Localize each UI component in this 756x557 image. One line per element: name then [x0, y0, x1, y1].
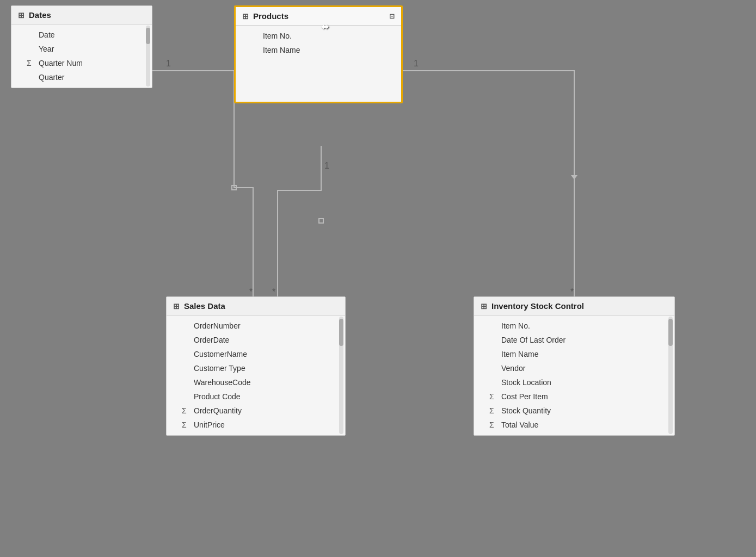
card-title-inventory: Inventory Stock Control [491, 301, 584, 311]
card-body-sales: OrderNumber OrderDate CustomerName Custo… [167, 315, 345, 435]
rel-arrow-inv [571, 175, 577, 180]
field-quarter: Quarter [11, 70, 143, 84]
rel-junction-2 [319, 219, 323, 223]
field-customer-name: CustomerName [167, 347, 336, 361]
field-stock-location: Stock Location [474, 375, 666, 389]
card-title-dates: Dates [29, 10, 51, 20]
table-card-dates[interactable]: ⊞ Dates Date Year Σ Quarter Num Quarter [11, 5, 152, 88]
field-date-last-order: Date Of Last Order [474, 333, 666, 347]
field-customer-type: Customer Type [167, 361, 336, 375]
diagram-canvas: 1 * 1 * 1 * ⊞ Dates Date [0, 0, 756, 557]
field-cost-per-item: Σ Cost Per Item [474, 389, 666, 404]
rel-label-products-1-sales: 1 [324, 161, 329, 170]
field-unit-price: Σ UnitPrice [167, 418, 336, 432]
table-card-inventory[interactable]: ⊞ Inventory Stock Control Item No. Date … [474, 296, 675, 436]
card-body-dates: Date Year Σ Quarter Num Quarter [11, 24, 152, 88]
card-header-dates: ⊞ Dates [11, 6, 152, 24]
table-card-sales[interactable]: ⊞ Sales Data OrderNumber OrderDate Custo… [166, 296, 346, 436]
field-stock-quantity: Σ Stock Quantity [474, 404, 666, 418]
table-icon-inventory: ⊞ [481, 302, 487, 311]
field-date: Date [11, 28, 143, 42]
card-header-products: ⊞ Products ⊡ [236, 7, 401, 26]
card-title-sales: Sales Data [184, 301, 225, 311]
card-header-inventory: ⊞ Inventory Stock Control [474, 297, 674, 315]
rel-label-sales-many2: * [272, 287, 275, 296]
field-item-no-inv: Item No. [474, 319, 666, 333]
card-body-products: Item No. Item Name [236, 26, 401, 102]
field-order-quantity: Σ OrderQuantity [167, 404, 336, 418]
rel-label-sales-many1: * [249, 287, 253, 296]
table-icon-sales: ⊞ [173, 302, 180, 311]
field-order-number: OrderNumber [167, 319, 336, 333]
field-warehouse-code: WarehouseCode [167, 375, 336, 389]
rel-label-inv-many: * [570, 287, 574, 296]
card-title-products: Products [253, 11, 288, 21]
field-vendor: Vendor [474, 361, 666, 375]
field-item-name-inv: Item Name [474, 347, 666, 361]
field-product-code: Product Code [167, 389, 336, 404]
card-header-sales: ⊞ Sales Data [167, 297, 345, 315]
table-card-products[interactable]: ⊞ Products ⊡ Item No. Item Name [234, 5, 403, 103]
field-item-name-products: Item Name [236, 43, 401, 57]
table-icon-products: ⊞ [242, 12, 249, 21]
card-body-inventory: Item No. Date Of Last Order Item Name Ve… [474, 315, 674, 435]
field-item-no-products: Item No. [236, 29, 401, 43]
field-year: Year [11, 42, 143, 56]
rel-label-dates-1: 1 [166, 59, 171, 68]
rel-label-products-1-inv: 1 [414, 59, 419, 68]
rel-junction-1 [232, 185, 236, 190]
field-total-value: Σ Total Value [474, 418, 666, 432]
maximize-icon-products[interactable]: ⊡ [389, 13, 395, 20]
field-order-date: OrderDate [167, 333, 336, 347]
table-icon-dates: ⊞ [18, 11, 24, 20]
field-quarter-num: Σ Quarter Num [11, 56, 143, 70]
